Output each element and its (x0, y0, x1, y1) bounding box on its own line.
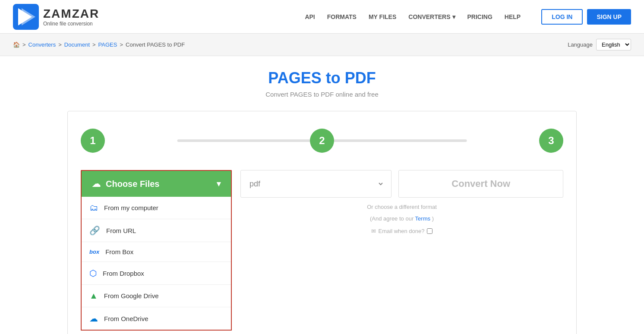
source-box-label: From Box (105, 248, 133, 255)
choose-files-button[interactable]: ☁ Choose Files ▾ (81, 170, 232, 197)
nav-help[interactable]: HELP (505, 13, 521, 20)
format-convert-row: pdf docx jpg png txt Convert Now (240, 170, 563, 198)
source-url-label: From URL (106, 227, 136, 234)
signup-button[interactable]: SIGN UP (587, 9, 631, 25)
convert-now-button[interactable]: Convert Now (398, 170, 563, 198)
login-button[interactable]: LOG IN (541, 9, 583, 25)
nav-my-files[interactable]: MY FILES (369, 13, 396, 20)
source-onedrive-label: From OneDrive (104, 315, 148, 322)
chevron-down-icon: ▾ (217, 179, 221, 189)
breadcrumb-bar: 🏠 > Converters > Document > PAGES > Conv… (0, 34, 644, 56)
header: ZAMZAR Online file conversion API FORMAT… (0, 0, 644, 34)
breadcrumb-sep2: > (58, 41, 62, 48)
page-subtitle: Convert PAGES to PDF online and free (13, 91, 631, 98)
choose-files-wrap: ☁ Choose Files ▾ 🗂 From my computer 🔗 Fr… (81, 170, 232, 331)
format-select-wrap: pdf docx jpg png txt (240, 170, 391, 198)
breadcrumb-current: Convert PAGES to PDF (126, 41, 185, 48)
converter-card: 1 2 3 ☁ Choose Files ▾ 🗂 From my compute… (67, 111, 577, 334)
dropbox-icon: ⬡ (89, 268, 97, 278)
language-label: Language (568, 41, 593, 48)
logo[interactable]: ZAMZAR Online file conversion (13, 4, 99, 30)
choose-files-label: Choose Files (106, 179, 159, 189)
source-box[interactable]: box From Box (82, 242, 231, 262)
language-selector: Language English (568, 39, 631, 50)
breadcrumb-sep3: > (92, 41, 96, 48)
google-drive-icon: ▲ (89, 291, 98, 301)
logo-sub: Online file conversion (43, 21, 99, 27)
email-label: Email when done? (379, 228, 425, 234)
logo-brand: ZAMZAR (43, 7, 99, 21)
terms-text: (And agree to our (370, 215, 414, 222)
main-nav: API FORMATS MY FILES CONVERTERS ▾ PRICIN… (305, 9, 631, 25)
logo-icon (13, 4, 39, 30)
upload-icon: ☁ (92, 179, 101, 189)
source-computer-label: From my computer (104, 204, 158, 211)
source-onedrive[interactable]: ☁ From OneDrive (82, 307, 231, 330)
email-checkbox[interactable] (427, 228, 432, 234)
source-url[interactable]: 🔗 From URL (82, 219, 231, 242)
terms-link[interactable]: Terms (415, 215, 430, 222)
chevron-down-icon: ▾ (452, 13, 455, 20)
breadcrumb: 🏠 > Converters > Document > PAGES > Conv… (13, 41, 185, 48)
actions-row: ☁ Choose Files ▾ 🗂 From my computer 🔗 Fr… (81, 170, 563, 331)
terms-close: ) (432, 215, 434, 222)
format-convert-wrap: pdf docx jpg png txt Convert Now Or choo… (240, 170, 563, 234)
breadcrumb-converters[interactable]: Converters (28, 41, 56, 48)
home-icon[interactable]: 🏠 (13, 41, 20, 48)
language-dropdown[interactable]: English (596, 39, 631, 50)
main-content: PAGES to PDF Convert PAGES to PDF online… (0, 56, 644, 334)
breadcrumb-sep1: > (22, 41, 26, 48)
breadcrumb-document[interactable]: Document (64, 41, 90, 48)
step-2: 2 (310, 129, 334, 153)
nav-api[interactable]: API (305, 13, 315, 20)
email-icon: ✉ (371, 228, 376, 234)
format-hint: Or choose a different format (240, 202, 563, 210)
onedrive-icon: ☁ (89, 313, 98, 324)
source-gdrive-label: From Google Drive (104, 292, 159, 299)
step-1: 1 (81, 129, 105, 153)
source-dropbox-label: From Dropbox (103, 270, 144, 277)
breadcrumb-sep4: > (120, 41, 123, 48)
url-icon: 🔗 (89, 225, 100, 236)
source-google-drive[interactable]: ▲ From Google Drive (82, 285, 231, 307)
format-select[interactable]: pdf docx jpg png txt (248, 179, 384, 189)
computer-icon: 🗂 (89, 203, 98, 213)
box-icon: box (89, 249, 99, 255)
nav-pricing[interactable]: PRICING (467, 13, 492, 20)
breadcrumb-pages[interactable]: PAGES (98, 41, 117, 48)
source-dropbox[interactable]: ⬡ From Dropbox (82, 262, 231, 285)
step-3: 3 (539, 129, 563, 153)
email-row: ✉ Email when done? (240, 226, 563, 234)
page-title: PAGES to PDF (13, 69, 631, 87)
steps: 1 2 3 (81, 129, 563, 153)
nav-converters[interactable]: CONVERTERS ▾ (408, 13, 455, 20)
terms-row: (And agree to our Terms ) (240, 214, 563, 222)
source-dropdown-menu: 🗂 From my computer 🔗 From URL box From B… (81, 197, 232, 331)
source-computer[interactable]: 🗂 From my computer (82, 197, 231, 219)
nav-formats[interactable]: FORMATS (327, 13, 357, 20)
